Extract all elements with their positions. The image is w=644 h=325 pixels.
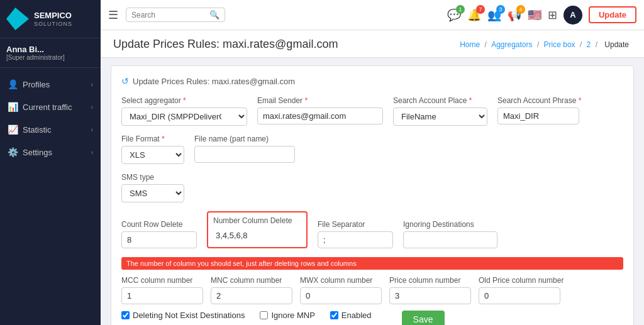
- error-message: The number of column you should set, jus…: [121, 257, 623, 270]
- sidebar-item-current-traffic[interactable]: 📊 Current traffic ›: [0, 96, 101, 118]
- form-group-file-sep: File Separator: [318, 220, 393, 248]
- required-star: *: [469, 96, 472, 105]
- sidebar-item-label: Profiles: [23, 80, 50, 89]
- mnc-input[interactable]: [211, 287, 292, 304]
- search-box: 🔍: [126, 8, 225, 22]
- flag-icon[interactable]: 🇺🇸: [528, 8, 541, 22]
- required-star: *: [183, 96, 186, 105]
- hamburger-icon[interactable]: ☰: [108, 8, 118, 22]
- sidebar: SEMPICO SOLUTIONS Anna Bi... [Super admi…: [0, 0, 101, 325]
- logo-text: SEMPICO: [34, 11, 72, 21]
- chat-icon-badge[interactable]: 💬 1: [447, 8, 461, 22]
- current-traffic-icon: 📊: [8, 102, 18, 112]
- file-sep-label: File Separator: [318, 220, 393, 229]
- number-col-input[interactable]: [213, 228, 301, 243]
- aggregator-label: Select aggregator *: [121, 96, 247, 105]
- mcc-input[interactable]: [121, 287, 203, 304]
- file-format-select[interactable]: XLS: [121, 146, 184, 164]
- update-icon: ↺: [121, 76, 129, 86]
- file-sep-input[interactable]: [318, 231, 393, 248]
- save-button[interactable]: Save: [402, 311, 445, 325]
- chevron-right-icon: ›: [91, 81, 93, 88]
- bell-badge: 4: [516, 5, 525, 14]
- form-group-sms-type: SMS type SMS: [121, 173, 184, 202]
- mwx-input[interactable]: [300, 287, 382, 304]
- checkboxes-save-row: Deleting Not Exist Destinations Ignore M…: [121, 311, 623, 325]
- form-row-3: SMS type SMS: [121, 173, 623, 202]
- page-content: Update Prices Rules: maxi.rates@gmail.co…: [101, 30, 644, 325]
- bell-icon-badge[interactable]: 📢 4: [508, 8, 521, 22]
- old-price-label: Old Price column number: [479, 276, 564, 285]
- old-price-input[interactable]: [479, 287, 560, 304]
- deleting-checkbox[interactable]: [121, 311, 130, 319]
- breadcrumb-price-box[interactable]: Price box: [544, 40, 575, 49]
- user-section: Anna Bi... [Super administrator]: [0, 38, 101, 68]
- email-input[interactable]: [257, 107, 383, 124]
- breadcrumb-id[interactable]: 2: [587, 40, 591, 49]
- form-group-mcc: MCC column number: [121, 276, 203, 304]
- form-group-mwx: MWX column number: [300, 276, 382, 304]
- sidebar-item-statistic[interactable]: 📈 Statistic ›: [0, 118, 101, 141]
- alert-badge: 7: [476, 5, 485, 14]
- form-group-account-place: Search Account Place * FileName: [393, 96, 487, 126]
- count-row-input[interactable]: [121, 231, 197, 248]
- user-avatar[interactable]: A: [564, 6, 582, 25]
- ignoring-input[interactable]: [403, 231, 497, 248]
- users-icon-badge[interactable]: 👥 3: [487, 8, 501, 22]
- col-numbers-row: MCC column number MNC column number MWX …: [121, 276, 623, 304]
- alert-icon-badge[interactable]: 🔔 7: [467, 8, 481, 22]
- ignore-mnp-checkbox-label[interactable]: Ignore MNP: [260, 311, 314, 320]
- ignoring-label: Ignoring Destinations: [403, 220, 497, 229]
- topbar: ☰ 🔍 💬 1 🔔 7 👥 3 📢 4 🇺🇸 ⊞: [101, 0, 644, 30]
- user-role: [Super administrator]: [6, 54, 94, 61]
- breadcrumb-sep: /: [484, 40, 489, 49]
- form-row-2: File Format * XLS File name (part name): [121, 135, 623, 164]
- breadcrumb: Home / Aggregators / Price box / 2 / Upd…: [460, 40, 631, 49]
- form-group-mnc: MNC column number: [211, 276, 292, 304]
- sidebar-nav: 👤 Profiles › 📊 Current traffic › 📈 Stati…: [0, 68, 101, 325]
- update-button[interactable]: Update: [589, 6, 636, 23]
- deleting-checkbox-label[interactable]: Deleting Not Exist Destinations: [121, 311, 245, 320]
- account-phrase-label: Search Account Phrase *: [497, 96, 581, 105]
- grid-icon[interactable]: ⊞: [548, 8, 557, 22]
- form-group-aggregator: Select aggregator * Maxi_DIR (SMPPDelive…: [121, 96, 247, 126]
- enabled-checkbox[interactable]: [330, 311, 338, 319]
- breadcrumb-current: Update: [604, 40, 629, 49]
- sidebar-item-profiles[interactable]: 👤 Profiles ›: [0, 73, 101, 96]
- form-group-old-price: Old Price column number: [479, 276, 564, 304]
- price-label: Price column number: [389, 276, 471, 285]
- sidebar-item-settings[interactable]: ⚙️ Settings ›: [0, 141, 101, 163]
- logo-area: SEMPICO SOLUTIONS: [0, 0, 101, 38]
- page-header: Update Prices Rules: maxi.rates@gmail.co…: [101, 30, 644, 58]
- account-place-label: Search Account Place *: [393, 96, 487, 105]
- form-group-account-phrase: Search Account Phrase *: [497, 96, 581, 126]
- logo-sub: SOLUTIONS: [34, 21, 72, 27]
- main-area: ☰ 🔍 💬 1 🔔 7 👥 3 📢 4 🇺🇸 ⊞: [101, 0, 644, 325]
- chevron-right-icon: ›: [91, 149, 93, 156]
- price-input[interactable]: [389, 287, 471, 304]
- form-group-file-name: File name (part name): [194, 135, 295, 164]
- number-col-group-highlighted: Number Column Delete: [207, 211, 308, 248]
- account-place-select[interactable]: FileName: [393, 107, 487, 126]
- sms-type-label: SMS type: [121, 173, 184, 182]
- email-label: Email Sender *: [257, 96, 383, 105]
- breadcrumb-aggregators[interactable]: Aggregators: [491, 40, 532, 49]
- ignore-mnp-checkbox[interactable]: [260, 311, 268, 319]
- sms-type-select[interactable]: SMS: [121, 184, 184, 202]
- form-group-price: Price column number: [389, 276, 471, 304]
- form-group-deleting: Deleting Not Exist Destinations: [121, 311, 245, 320]
- search-input[interactable]: [131, 11, 207, 19]
- form-group-file-format: File Format * XLS: [121, 135, 184, 164]
- breadcrumb-home[interactable]: Home: [460, 40, 480, 49]
- chevron-right-icon: ›: [91, 104, 93, 111]
- logo-icon: [6, 8, 29, 30]
- enabled-checkbox-label[interactable]: Enabled: [330, 311, 372, 320]
- file-name-input[interactable]: [194, 146, 295, 163]
- aggregator-select[interactable]: Maxi_DIR (SMPPDeliverG): [121, 107, 247, 126]
- file-name-label: File name (part name): [194, 135, 295, 143]
- sidebar-item-label: Current traffic: [23, 102, 72, 112]
- form-row-1: Select aggregator * Maxi_DIR (SMPPDelive…: [121, 96, 623, 126]
- form-group-email: Email Sender *: [257, 96, 383, 126]
- account-phrase-input[interactable]: [497, 107, 579, 124]
- breadcrumb-sep: /: [580, 40, 584, 49]
